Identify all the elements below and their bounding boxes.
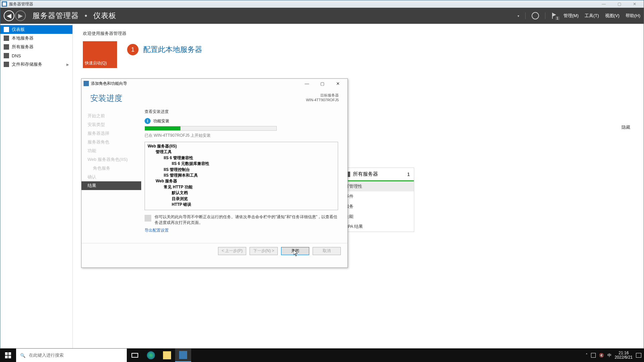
wizard-cancel-button: 取消 [313, 247, 341, 255]
breadcrumb-root[interactable]: 服务器管理器 [33, 11, 79, 20]
sidebar-item-dns[interactable]: DNS [0, 51, 72, 60]
tray-overflow-icon[interactable]: ˄ [586, 353, 588, 358]
tray-network-icon[interactable] [591, 353, 596, 358]
card-title: 所有服务器 [353, 171, 378, 177]
storage-icon [4, 62, 9, 67]
target-server-name: WIN-4TT907ROFJ5 [306, 98, 339, 102]
edge-icon [147, 351, 155, 359]
wizard-close-action-button[interactable]: 关闭 [281, 247, 309, 255]
install-feature-tree[interactable]: Web 服务器(IIS) 管理工具 IIS 6 管理兼容性 IIS 6 元数据库… [145, 142, 338, 210]
progress-message: 已在 WIN-4TT907ROFJ5 上开始安装 [145, 133, 338, 138]
tree-item: 常见 HTTP 功能 [148, 184, 335, 190]
wizard-step: 开始之前 [82, 112, 141, 120]
folder-icon [163, 351, 171, 359]
wizard-close-button[interactable]: ✕ [330, 79, 345, 88]
server-icon [4, 36, 9, 41]
search-icon: 🔍 [20, 353, 25, 358]
breadcrumb: 服务器管理器 • 仪表板 [33, 11, 116, 21]
nav-forward-button: ▶ [15, 10, 26, 21]
taskbar-app-explorer[interactable] [159, 349, 175, 362]
chevron-right-icon: ▶ [66, 63, 69, 66]
wizard-note-text: 你可以关闭此向导而不中断正在运行的任务。请依次单击命令栏中的"通知"和"任务详细… [155, 214, 338, 226]
sidebar-item-all-servers[interactable]: 所有服务器 [0, 43, 72, 51]
wizard-step: 角色服务 [82, 164, 141, 173]
export-config-link[interactable]: 导出配置设置 [145, 228, 169, 233]
breadcrumb-current: 仪表板 [93, 11, 116, 20]
sidebar-item-local-server[interactable]: 本地服务器 [0, 34, 72, 43]
app-titlebar: 服务器管理器 — ▢ ✕ [0, 0, 644, 8]
tree-item: 目录浏览 [148, 196, 335, 202]
servers-icon [4, 44, 9, 50]
server-manager-taskbar-icon [179, 351, 187, 359]
server-manager-icon [2, 1, 7, 7]
menu-manage[interactable]: 管理(M) [564, 13, 579, 19]
tree-item: IIS 6 元数据库兼容性 [148, 161, 335, 167]
card-row-bpa[interactable]: BPA 结果 [341, 222, 414, 232]
refresh-icon[interactable] [532, 12, 539, 19]
wizard-step-active: 结果 [82, 181, 141, 190]
notifications-flag-icon[interactable]: 1 [551, 13, 557, 19]
wizard-maximize-button[interactable]: ▢ [315, 79, 330, 88]
wizard-step: 安装类型 [82, 120, 141, 129]
menu-view[interactable]: 视图(V) [605, 13, 620, 19]
card-row-services[interactable]: 服务 [341, 201, 414, 212]
target-label: 目标服务器 [306, 93, 339, 98]
dns-icon [4, 53, 9, 58]
maximize-button[interactable]: ▢ [611, 0, 627, 8]
tree-item: IIS 管理控制台 [148, 167, 335, 173]
step-number-badge: 1 [127, 44, 139, 55]
tree-item: IIS 管理脚本和工具 [148, 173, 335, 178]
card-row-events[interactable]: 事件 [341, 191, 414, 201]
menu-tools[interactable]: 工具(T) [585, 13, 599, 19]
sidebar-item-dashboard[interactable]: 仪表板 [0, 25, 72, 34]
tree-item: Web 服务器(IIS) [148, 143, 335, 149]
quick-start-tile[interactable]: 快速启动(Q) [83, 41, 117, 68]
taskbar-app-server-manager[interactable] [175, 349, 191, 362]
close-button[interactable]: ✕ [627, 0, 642, 8]
wizard-next-button: 下一步(N) > [250, 247, 278, 255]
windows-logo-icon [5, 352, 11, 358]
dashboard-icon [4, 27, 9, 32]
info-icon: i [145, 118, 151, 124]
tray-clock[interactable]: 21:16 2022/6/21 [615, 351, 633, 360]
all-servers-card: 所有服务器 1 可管理性 事件 服务 性能 BPA 结果 [340, 168, 414, 232]
wizard-prev-button: < 上一步(P) [218, 247, 246, 255]
dropdown-caret-icon[interactable]: ▾ [518, 14, 519, 18]
install-status: 功能安装 [153, 118, 169, 124]
card-count: 1 [407, 171, 410, 177]
tray-action-center-icon[interactable] [636, 353, 641, 358]
card-row-performance[interactable]: 性能 [341, 212, 414, 222]
card-row-manageability[interactable]: 可管理性 [341, 181, 414, 191]
wizard-step: 服务器角色 [82, 138, 141, 146]
search-placeholder: 在此键入进行搜索 [29, 352, 64, 358]
tree-item: 管理工具 [148, 149, 335, 155]
tree-item: HTTP 错误 [148, 202, 335, 207]
wizard-step: 服务器选择 [82, 129, 141, 138]
install-progress-bar [145, 126, 277, 131]
add-roles-wizard-dialog: 添加角色和功能向导 — ▢ ✕ 安装进度 目标服务器 WIN-4TT907ROF… [81, 78, 348, 268]
taskbar-app-edge[interactable] [143, 349, 159, 362]
wizard-step-list: 开始之前 安装类型 服务器选择 服务器角色 功能 Web 服务器角色(IIS) … [82, 106, 141, 243]
task-view-button[interactable] [127, 349, 143, 362]
wizard-title: 添加角色和功能向导 [91, 81, 127, 86]
menu-help[interactable]: 帮助(H) [626, 13, 640, 19]
wizard-step: Web 服务器角色(IIS) [82, 155, 141, 164]
nav-back-button[interactable]: ◀ [4, 10, 14, 21]
sidebar-item-file-storage[interactable]: 文件和存储服务▶ [0, 60, 72, 69]
wizard-step: 确认 [82, 173, 141, 181]
taskbar: 🔍 在此键入进行搜索 ˄ 🔇 中 21:16 2022/6/21 [0, 349, 644, 362]
taskbar-search-box[interactable]: 🔍 在此键入进行搜索 [16, 349, 127, 362]
wizard-icon [84, 81, 89, 86]
wizard-minimize-button[interactable]: — [299, 79, 315, 88]
welcome-heading: 欢迎使用服务器管理器 [83, 31, 634, 37]
command-bar: ◀ ▶ 服务器管理器 • 仪表板 ▾ 1 管理(M) 工具(T) 视图(V) 帮… [0, 8, 644, 24]
progress-subheading: 查看安装进度 [145, 109, 338, 115]
hide-link[interactable]: 隐藏 [622, 124, 630, 130]
start-button[interactable] [0, 349, 16, 362]
tray-ime-indicator[interactable]: 中 [607, 353, 611, 358]
minimize-button[interactable]: — [596, 0, 611, 8]
tree-item: 默认文档 [148, 190, 335, 196]
tray-volume-icon[interactable]: 🔇 [599, 353, 604, 358]
configure-server-link[interactable]: 配置此本地服务器 [143, 45, 202, 55]
task-view-icon [131, 353, 138, 358]
